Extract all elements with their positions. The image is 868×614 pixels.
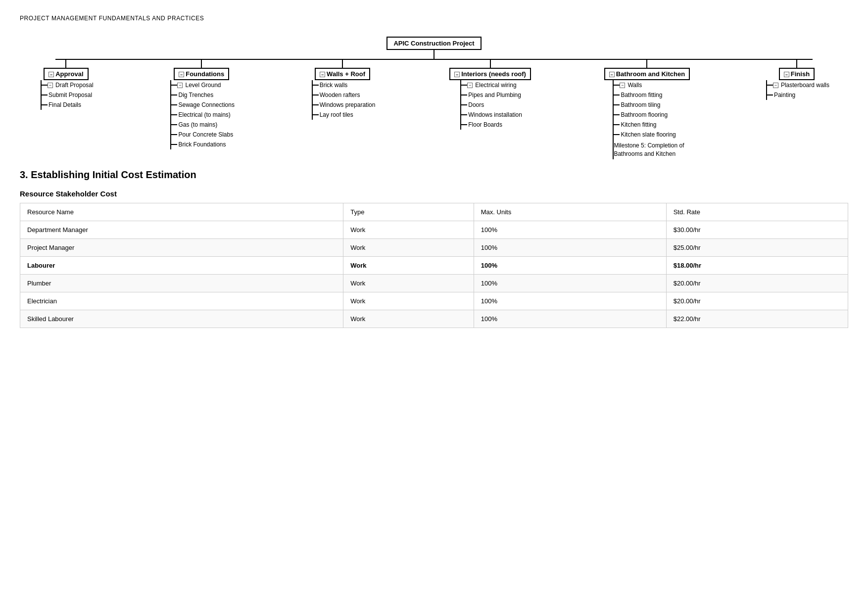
wbs-col-finish: −Finish − Plasterboard walls Painting — [763, 59, 830, 100]
col-header-max-units: Max. Units — [474, 203, 666, 221]
table-cell: Electrician — [20, 292, 343, 310]
wbs-col-interiors-header: −Interiors (needs roof) — [449, 68, 531, 80]
table-row: ElectricianWork100%$20.00/hr — [20, 292, 848, 310]
wbs-child-label: Floor Boards — [467, 121, 503, 129]
wbs-child: Pour Concrete Slabs — [171, 131, 235, 139]
wbs-child: Electrical (to mains) — [171, 111, 235, 119]
wbs-col-bathroom-vline — [646, 59, 647, 68]
wbs-col-foundations: −Foundations − Level Ground Dig Trenches — [167, 59, 235, 149]
table-cell: Work — [343, 274, 474, 292]
wbs-child: Dig Trenches — [171, 91, 235, 99]
wbs-child: Pipes and Plumbing — [461, 91, 523, 99]
wbs-col-interiors-children: − Electrical wiring Pipes and Plumbing D… — [460, 80, 523, 130]
wbs-child-label: Gas (to mains) — [177, 121, 218, 129]
wbs-child-label: Lay roof tiles — [319, 111, 354, 119]
wbs-child-label: Windows preparation — [319, 101, 377, 109]
table-cell: 100% — [474, 274, 666, 292]
wbs-child: Final Details — [42, 101, 95, 109]
wbs-child-label: Pour Concrete Slabs — [177, 131, 234, 139]
wbs-child: − Electrical wiring — [461, 81, 523, 89]
wbs-col-foundations-vline — [201, 59, 202, 68]
table-cell: Project Manager — [20, 238, 343, 256]
wbs-child-label: Windows installation — [467, 111, 523, 119]
wbs-child-label: Brick Foundations — [177, 141, 227, 148]
wbs-col-walls-children: Brick walls Wooden rafters Windows prepa… — [312, 80, 377, 120]
wbs-child-label: Bathroom tiling — [620, 101, 661, 109]
wbs-col-bathroom: −Bathroom and Kitchen − Walls Bathroom f… — [604, 59, 690, 159]
wbs-child: Bathroom fitting — [614, 91, 684, 99]
wbs-child-milestone: Milestone 5: Completion ofBathrooms and … — [614, 142, 684, 158]
wbs-col-finish-header: −Finish — [779, 68, 815, 80]
wbs-child-label: Level Ground — [184, 81, 222, 89]
wbs-child: − Level Ground — [171, 81, 235, 89]
section3-heading: 3. Establishing Initial Cost Estimation — [20, 169, 848, 181]
wbs-child-label: Draft Proposal — [54, 81, 95, 89]
wbs-col-foundations-icon: − — [179, 72, 184, 77]
table-cell: Plumber — [20, 274, 343, 292]
table-cell: Labourer — [20, 256, 343, 274]
wbs-col-foundations-header: −Foundations — [174, 68, 229, 80]
wbs-child: Bathroom tiling — [614, 101, 684, 109]
wbs-col-interiors: −Interiors (needs roof) − Electrical wir… — [449, 59, 531, 130]
wbs-col-approval-header: −Approval — [44, 68, 88, 80]
wbs-col-approval-icon: − — [48, 72, 54, 77]
wbs-child: Floor Boards — [461, 121, 523, 129]
table-cell: 100% — [474, 292, 666, 310]
wbs-child-label: Bathroom fitting — [620, 91, 663, 99]
col-header-type: Type — [343, 203, 474, 221]
table-row: PlumberWork100%$20.00/hr — [20, 274, 848, 292]
wbs-child: Bathroom flooring — [614, 111, 684, 119]
table-cell: $22.00/hr — [666, 310, 848, 328]
wbs-child: Brick walls — [313, 81, 377, 89]
col-header-resource-name: Resource Name — [20, 203, 343, 221]
table-cell: 100% — [474, 221, 666, 238]
wbs-child-label: Sewage Connections — [177, 101, 235, 109]
wbs-child: − Draft Proposal — [42, 81, 95, 89]
wbs-col-interiors-vline — [490, 59, 491, 68]
table-cell: Work — [343, 238, 474, 256]
wbs-columns-row: −Approval − Draft Proposal Submit Propos… — [26, 59, 842, 159]
table-cell: Department Manager — [20, 221, 343, 238]
table-cell: $18.00/hr — [666, 256, 848, 274]
wbs-root-connector — [434, 50, 434, 59]
wbs-col-walls-icon: − — [320, 72, 325, 77]
wbs-col-finish-icon: − — [784, 72, 789, 77]
wbs-child-label: Dig Trenches — [177, 91, 214, 99]
wbs-child: − Plasterboard walls — [767, 81, 830, 89]
wbs-child: − Walls — [614, 81, 684, 89]
wbs-child-icon: − — [620, 83, 625, 88]
wbs-col-walls-roof: −Walls + Roof Brick walls Wooden rafters… — [309, 59, 377, 120]
table-row: LabourerWork100%$18.00/hr — [20, 256, 848, 274]
section3-subheading: Resource Stakeholder Cost — [20, 189, 848, 198]
wbs-child-label: Walls — [627, 81, 643, 89]
wbs-child-icon: − — [48, 83, 53, 88]
table-row: Project ManagerWork100%$25.00/hr — [20, 238, 848, 256]
wbs-col-finish-vline — [796, 59, 797, 68]
wbs-child-label: Final Details — [48, 101, 82, 109]
wbs-root-node: APIC Construction Project — [386, 37, 481, 50]
wbs-child: Kitchen slate flooring — [614, 131, 684, 139]
wbs-col-approval: −Approval − Draft Proposal Submit Propos… — [38, 59, 95, 110]
section3: 3. Establishing Initial Cost Estimation … — [20, 169, 848, 328]
wbs-hline — [55, 59, 813, 60]
wbs-child: Kitchen fitting — [614, 121, 684, 129]
wbs-child: Gas (to mains) — [171, 121, 235, 129]
table-cell: Work — [343, 256, 474, 274]
table-cell: $20.00/hr — [666, 274, 848, 292]
wbs-child-label: Brick walls — [319, 81, 349, 89]
wbs-col-interiors-icon: − — [454, 72, 460, 77]
table-cell: 100% — [474, 310, 666, 328]
wbs-diagram: APIC Construction Project −Approval − Dr… — [20, 37, 848, 159]
wbs-col-walls-header: −Walls + Roof — [315, 68, 370, 80]
table-cell: Work — [343, 310, 474, 328]
wbs-milestone-label: Milestone 5: Completion ofBathrooms and … — [614, 142, 684, 158]
wbs-child-label: Plasterboard walls — [780, 81, 830, 89]
table-header-row: Resource Name Type Max. Units Std. Rate — [20, 203, 848, 221]
table-cell: $25.00/hr — [666, 238, 848, 256]
wbs-child-label: Kitchen slate flooring — [620, 131, 676, 139]
wbs-col-walls-vline — [342, 59, 343, 68]
wbs-child-label: Pipes and Plumbing — [467, 91, 522, 99]
table-cell: 100% — [474, 256, 666, 274]
wbs-child: Sewage Connections — [171, 101, 235, 109]
wbs-child-label: Submit Proposal — [48, 91, 93, 99]
